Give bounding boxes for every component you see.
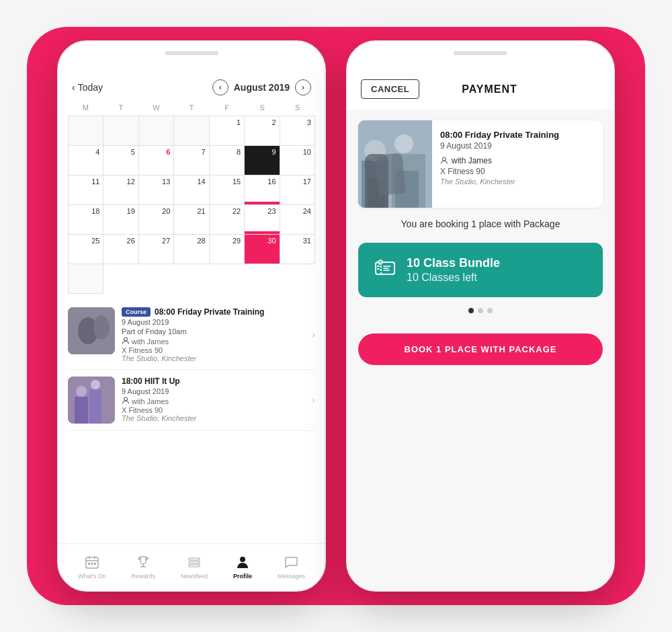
trophy-icon bbox=[136, 555, 151, 571]
cal-cell-1[interactable]: 1 bbox=[210, 116, 245, 146]
event-instructor-2: with James bbox=[122, 397, 305, 406]
cal-cell-3[interactable]: 3 bbox=[280, 116, 315, 146]
instructor-name: with James bbox=[452, 156, 492, 165]
cal-cell-5[interactable]: 5 bbox=[103, 146, 138, 175]
event-date-1: 9 August 2019 bbox=[122, 318, 305, 326]
cal-cell-11[interactable]: 11 bbox=[69, 175, 103, 205]
event-title-1: 08:00 Friday Private Training bbox=[155, 307, 264, 317]
nav-item-profile[interactable]: Profile bbox=[233, 555, 252, 580]
day-header-fri: F bbox=[209, 101, 245, 114]
event-date-2: 9 August 2019 bbox=[122, 387, 305, 395]
cal-cell-31[interactable]: 31 bbox=[280, 235, 315, 264]
cal-cell-18[interactable]: 18 bbox=[69, 205, 103, 235]
right-phone: CANCEL PAYMENT bbox=[346, 40, 615, 592]
svg-rect-36 bbox=[377, 268, 380, 270]
cal-cell-25[interactable]: 25 bbox=[69, 235, 103, 264]
today-button[interactable]: ‹ Today bbox=[72, 82, 103, 93]
dot-2 bbox=[478, 308, 483, 313]
nav-label-messages: Messages bbox=[278, 573, 305, 580]
instructor-name-2: with James bbox=[132, 397, 169, 405]
payment-header: CANCEL PAYMENT bbox=[347, 69, 614, 110]
cal-cell-21[interactable]: 21 bbox=[174, 205, 209, 235]
cal-cell-9-selected[interactable]: 9 bbox=[245, 146, 280, 175]
cal-cell-14[interactable]: 14 bbox=[174, 175, 209, 205]
cal-cell-12[interactable]: 12 bbox=[103, 175, 138, 205]
cal-cell-empty bbox=[174, 116, 209, 146]
package-card[interactable]: 10 Class Bundle 10 Classes left bbox=[358, 243, 603, 297]
cal-cell-4[interactable]: 4 bbox=[69, 146, 103, 175]
svg-rect-21 bbox=[189, 558, 200, 560]
cal-cell-26[interactable]: 26 bbox=[103, 235, 138, 264]
person-filled-icon bbox=[235, 555, 250, 571]
month-navigation: ‹ August 2019 › bbox=[212, 79, 311, 95]
svg-rect-17 bbox=[91, 563, 93, 565]
cal-cell-30[interactable]: 30 bbox=[245, 235, 280, 264]
day-header-thu: T bbox=[174, 101, 210, 114]
event-thumb-2 bbox=[68, 377, 115, 424]
svg-point-4 bbox=[95, 317, 105, 327]
next-month-button[interactable]: › bbox=[295, 79, 311, 95]
package-info: 10 Class Bundle 10 Classes left bbox=[407, 256, 587, 284]
cal-cell-20[interactable]: 20 bbox=[139, 205, 174, 235]
cal-cell-6[interactable]: 6 bbox=[139, 146, 174, 175]
cal-cell-7[interactable]: 7 bbox=[174, 146, 209, 175]
svg-point-24 bbox=[240, 557, 245, 562]
cal-cell-22[interactable]: 22 bbox=[210, 205, 245, 235]
package-name: 10 Class Bundle bbox=[407, 256, 587, 270]
class-venue: X Fitness 90 bbox=[440, 167, 595, 176]
ticket-icon bbox=[374, 257, 396, 283]
nav-item-whats-on[interactable]: What's On bbox=[78, 555, 106, 580]
cal-cell-15[interactable]: 15 bbox=[210, 175, 245, 205]
cal-cell-empty bbox=[69, 116, 103, 146]
cal-cell-empty-end bbox=[69, 264, 103, 294]
svg-point-5 bbox=[124, 338, 128, 341]
nav-label-newsfeed: Newsfeed bbox=[181, 573, 208, 580]
cal-cell-24[interactable]: 24 bbox=[280, 205, 315, 235]
day-header-mon: M bbox=[68, 101, 103, 114]
nav-item-rewards[interactable]: Rewards bbox=[132, 555, 156, 580]
svg-rect-23 bbox=[189, 565, 200, 567]
prev-month-button[interactable]: ‹ bbox=[212, 79, 228, 95]
cal-cell-19[interactable]: 19 bbox=[103, 205, 138, 235]
svg-point-3 bbox=[81, 319, 92, 329]
nav-label-whats-on: What's On bbox=[78, 573, 106, 580]
cal-cell-8[interactable]: 8 bbox=[210, 146, 245, 175]
course-badge-1: Course bbox=[122, 307, 151, 317]
nav-item-newsfeed[interactable]: Newsfeed bbox=[181, 555, 208, 580]
message-icon bbox=[284, 555, 298, 571]
svg-rect-8 bbox=[89, 390, 101, 424]
cal-cell-16[interactable]: 16 bbox=[245, 175, 280, 205]
day-header-sat: S bbox=[245, 101, 280, 114]
event-thumb-1 bbox=[68, 307, 115, 354]
class-title: 08:00 Friday Private Training bbox=[440, 130, 595, 140]
cal-cell-10[interactable]: 10 bbox=[280, 146, 315, 175]
cal-cell-13[interactable]: 13 bbox=[139, 175, 174, 205]
event-instructor-1: with James bbox=[122, 337, 305, 346]
chevron-left-icon: ‹ bbox=[72, 82, 75, 93]
cal-cell-23[interactable]: 23 bbox=[245, 205, 280, 235]
event-item-2[interactable]: 18:00 HIIT It Up 9 August 2019 with Jame… bbox=[68, 370, 315, 431]
cancel-button[interactable]: CANCEL bbox=[361, 79, 419, 99]
svg-rect-16 bbox=[88, 563, 90, 565]
svg-rect-30 bbox=[368, 177, 385, 208]
cal-cell-27[interactable]: 27 bbox=[139, 235, 174, 264]
dots-indicator bbox=[358, 308, 603, 313]
day-header-tue: T bbox=[103, 101, 139, 114]
day-header-wed: W bbox=[138, 101, 174, 114]
event-item-1[interactable]: Course 08:00 Friday Private Training 9 A… bbox=[68, 301, 315, 370]
cal-cell-17[interactable]: 17 bbox=[280, 175, 315, 205]
nav-label-profile: Profile bbox=[233, 573, 252, 580]
left-phone-inner: ‹ Today ‹ August 2019 › M T bbox=[58, 69, 325, 590]
calendar-cells: 1 2 3 4 5 6 7 8 9 10 11 12 13 14 15 bbox=[68, 116, 315, 294]
nav-item-messages[interactable]: Messages bbox=[278, 555, 305, 580]
svg-rect-22 bbox=[189, 561, 200, 563]
cal-cell-2[interactable]: 2 bbox=[245, 116, 280, 146]
events-list: Course 08:00 Friday Private Training 9 A… bbox=[58, 294, 325, 431]
today-label: Today bbox=[78, 82, 103, 93]
dot-1 bbox=[468, 308, 474, 313]
event-studio-2: The Studio, Kinchester bbox=[122, 414, 305, 422]
cal-cell-29[interactable]: 29 bbox=[210, 235, 245, 264]
svg-point-2 bbox=[92, 325, 108, 350]
cal-cell-28[interactable]: 28 bbox=[174, 235, 209, 264]
book-button[interactable]: BOOK 1 PLACE WITH PACKAGE bbox=[358, 333, 603, 365]
